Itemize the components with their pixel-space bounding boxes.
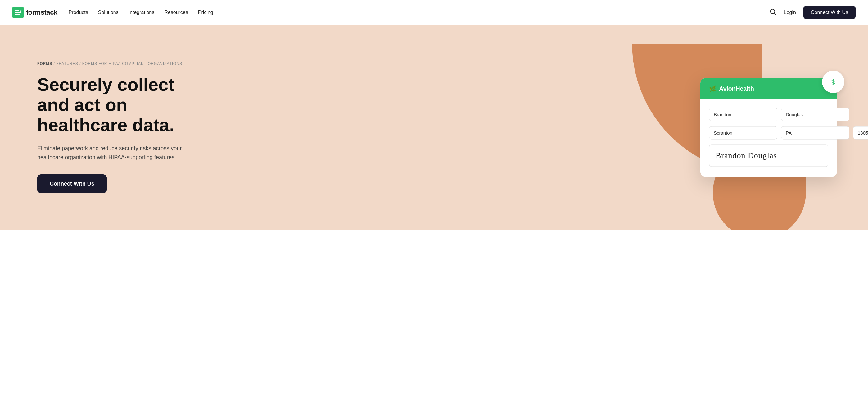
state-field[interactable] bbox=[781, 126, 849, 140]
first-name-field[interactable] bbox=[709, 108, 777, 121]
signature-text: Brandon Douglas bbox=[716, 151, 777, 160]
connect-with-us-nav-button[interactable]: Connect With Us bbox=[803, 6, 856, 19]
nav-item-resources[interactable]: Resources bbox=[164, 10, 188, 15]
healthcare-form-card: ⚕ 🌿 AvionHealth Brandon Dougl bbox=[700, 78, 837, 177]
logo-link[interactable]: formstack bbox=[12, 7, 57, 18]
nav-link-pricing[interactable]: Pricing bbox=[198, 10, 213, 15]
hero-section: FORMS / FEATURES / FORMS FOR HIPAA COMPL… bbox=[0, 25, 868, 230]
card-body: Brandon Douglas bbox=[700, 99, 837, 177]
card-row-name bbox=[709, 108, 828, 121]
signature-box: Brandon Douglas bbox=[709, 145, 828, 167]
nav-item-pricing[interactable]: Pricing bbox=[198, 10, 213, 15]
breadcrumb: FORMS / FEATURES / FORMS FOR HIPAA COMPL… bbox=[37, 61, 192, 66]
logo-text: formstack bbox=[26, 8, 57, 17]
svg-rect-2 bbox=[14, 12, 22, 13]
caduceus-icon: ⚕ bbox=[831, 77, 836, 87]
nav-item-solutions[interactable]: Solutions bbox=[98, 10, 119, 15]
search-icon[interactable] bbox=[770, 8, 776, 17]
breadcrumb-hipaa: FORMS FOR HIPAA COMPLIANT ORGANIZATIONS bbox=[82, 61, 182, 66]
hero-title: Securely collect and act on healthcare d… bbox=[37, 75, 192, 135]
breadcrumb-sep2: / bbox=[78, 61, 82, 66]
hero-content: FORMS / FEATURES / FORMS FOR HIPAA COMPL… bbox=[0, 37, 217, 218]
navbar: formstack Products Solutions Integration… bbox=[0, 0, 868, 25]
nav-item-products[interactable]: Products bbox=[69, 10, 88, 15]
avionhealth-brand: AvionHealth bbox=[719, 85, 754, 92]
breadcrumb-forms: FORMS bbox=[37, 61, 52, 66]
nav-link-integrations[interactable]: Integrations bbox=[128, 10, 155, 15]
zip-field[interactable] bbox=[853, 126, 868, 140]
hero-description: Eliminate paperwork and reduce security … bbox=[37, 144, 192, 162]
city-field[interactable] bbox=[709, 126, 777, 140]
nav-right: Login Connect With Us bbox=[770, 6, 856, 19]
svg-rect-3 bbox=[14, 14, 20, 15]
nav-link-resources[interactable]: Resources bbox=[164, 10, 188, 15]
breadcrumb-features: FEATURES bbox=[56, 61, 78, 66]
nav-left: formstack Products Solutions Integration… bbox=[12, 7, 213, 18]
connect-with-us-hero-button[interactable]: Connect With Us bbox=[37, 174, 107, 193]
nav-item-integrations[interactable]: Integrations bbox=[128, 10, 155, 15]
leaf-icon: 🌿 bbox=[709, 85, 716, 92]
hero-card-wrapper: ⚕ 🌿 AvionHealth Brandon Dougl bbox=[700, 78, 837, 177]
nav-links: Products Solutions Integrations Resource… bbox=[69, 10, 213, 15]
nav-link-solutions[interactable]: Solutions bbox=[98, 10, 119, 15]
medical-badge: ⚕ bbox=[822, 71, 844, 93]
breadcrumb-sep1: / bbox=[52, 61, 56, 66]
svg-rect-1 bbox=[14, 10, 19, 11]
last-name-field[interactable] bbox=[781, 108, 849, 121]
login-link[interactable]: Login bbox=[784, 10, 796, 15]
svg-line-5 bbox=[774, 13, 776, 15]
nav-link-products[interactable]: Products bbox=[69, 10, 88, 15]
formstack-logo-icon bbox=[12, 7, 24, 18]
card-row-address bbox=[709, 126, 828, 140]
card-header: 🌿 AvionHealth bbox=[700, 78, 837, 99]
